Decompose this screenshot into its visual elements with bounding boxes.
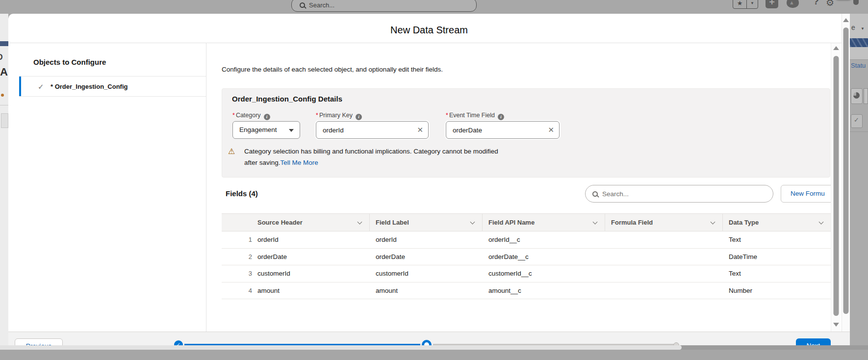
cell-data-type: Text <box>723 236 831 243</box>
fields-table-header: Source Header Field Label Field API Name… <box>222 213 831 231</box>
category-label: *Categoryi <box>232 112 270 120</box>
scroll-down-icon[interactable] <box>833 323 839 327</box>
chevron-down-icon[interactable] <box>819 220 824 225</box>
cell-field-api-name: orderId__c <box>483 236 605 243</box>
event-time-field-label: *Event Time Fieldi <box>446 112 504 120</box>
clear-icon[interactable]: ✕ <box>548 126 554 134</box>
scroll-up-icon[interactable] <box>843 18 849 22</box>
horizontal-scrollbar[interactable] <box>0 345 868 350</box>
window-bottom-edge <box>0 350 868 360</box>
global-actions-plus-icon[interactable]: + <box>766 0 778 8</box>
fields-table: Source Header Field Label Field API Name… <box>222 213 831 299</box>
objects-panel-heading: Objects to Configure <box>33 58 106 66</box>
divider <box>8 43 850 43</box>
page-text-fragment: e <box>851 24 855 31</box>
column-header-field-api-name[interactable]: Field API Name <box>483 214 605 231</box>
info-icon[interactable]: i <box>498 114 504 120</box>
info-icon[interactable]: i <box>356 114 362 120</box>
chart-icon <box>853 92 860 99</box>
star-icon: ★ <box>733 0 747 8</box>
cell-field-label: orderDate <box>370 253 483 260</box>
modal-scrollbar[interactable] <box>842 14 850 360</box>
row-number: 4 <box>222 287 257 294</box>
page-banner-fragment <box>850 38 868 47</box>
page-text-fragment: A <box>0 66 8 78</box>
scrollbar-thumb[interactable] <box>833 56 839 316</box>
column-header-source-header[interactable]: Source Header <box>222 214 370 231</box>
setup-gear-icon[interactable]: ⚙ <box>826 0 834 8</box>
column-header-formula-field[interactable]: Formula Field <box>605 214 723 231</box>
divider <box>0 105 8 105</box>
row-number: 1 <box>222 236 257 243</box>
details-card-heading: Order_Ingestion_Config Details <box>232 95 342 103</box>
page-button-fragment <box>864 88 868 104</box>
event-time-field-input-wrap: ✕ <box>446 121 560 139</box>
table-row: 2 orderDate orderDate orderDate__c DateT… <box>222 249 831 266</box>
new-data-stream-modal: New Data Stream Objects to Configure ✓ *… <box>8 14 850 360</box>
global-search-input[interactable] <box>309 1 446 9</box>
modal-title: New Data Stream <box>8 25 850 36</box>
cell-data-type: Text <box>723 270 831 277</box>
table-row: 4 amount amount amount__c Number <box>222 283 831 300</box>
column-header-field-label[interactable]: Field Label <box>370 214 483 231</box>
chevron-down-icon: ▼ <box>747 0 758 8</box>
row-number: 3 <box>222 270 257 277</box>
divider <box>850 131 868 132</box>
cell-source-header: orderId <box>257 236 370 243</box>
cell-data-type: DateTime <box>723 253 831 260</box>
check-icon: ✓ <box>854 116 859 124</box>
fields-section-heading: Fields (4) <box>226 189 258 198</box>
tell-me-more-link[interactable]: Tell Me More <box>281 159 318 166</box>
global-search-box[interactable] <box>291 0 477 12</box>
page-behind-right: e ▼ Statu ✓ <box>850 14 868 360</box>
column-header-data-type[interactable]: Data Type <box>723 214 831 231</box>
clear-icon[interactable]: ✕ <box>417 126 423 134</box>
check-icon: ✓ <box>38 82 44 91</box>
primary-key-input[interactable] <box>316 122 428 138</box>
chevron-down-icon[interactable] <box>470 220 475 225</box>
cell-field-label: customerId <box>370 270 483 277</box>
page-column-header-fragment: Statu <box>851 62 866 69</box>
scroll-up-icon[interactable] <box>833 46 839 50</box>
notifications-bell-icon[interactable] <box>853 0 859 5</box>
global-header: ★ ▼ + ? ⚙ <box>0 0 868 14</box>
warning-icon: ⚠ <box>228 147 235 156</box>
panel-divider <box>206 43 206 332</box>
screen: ★ ▼ + ? ⚙ D A e ▼ Statu ✓ New Data Strea… <box>0 0 868 360</box>
warning-text-line1: Category selection has billing and funct… <box>244 148 498 155</box>
row-number: 2 <box>222 253 257 260</box>
chevron-down-icon[interactable] <box>357 220 362 225</box>
page-row-fragment <box>850 47 868 60</box>
warning-text-line2: after saving.Tell Me More <box>244 159 318 166</box>
info-icon[interactable]: i <box>264 114 270 120</box>
search-icon <box>300 2 305 8</box>
cell-field-label: orderId <box>370 236 483 243</box>
page-button-fragment <box>1 113 8 128</box>
trailhead-icon[interactable] <box>787 0 799 8</box>
required-marker: * <box>316 112 318 119</box>
search-icon <box>592 191 598 197</box>
fields-search-box[interactable] <box>585 185 773 203</box>
chevron-down-icon[interactable] <box>593 220 598 225</box>
cell-field-label: amount <box>370 287 483 294</box>
cell-field-api-name: customerId__c <box>483 270 605 277</box>
horizontal-scrollbar-thumb[interactable] <box>0 345 682 350</box>
fields-search-input[interactable] <box>602 190 749 198</box>
required-marker: * <box>446 112 448 119</box>
object-list-item-label: * Order_Ingestion_Config <box>51 83 128 90</box>
category-value: Engagement <box>239 126 277 133</box>
chevron-down-icon: ▼ <box>861 26 865 31</box>
cell-field-api-name: orderDate__c <box>483 253 605 260</box>
favorites-button[interactable]: ★ ▼ <box>733 0 758 9</box>
table-row: 3 customerId customerId customerId__c Te… <box>222 265 831 283</box>
page-banner-fragment <box>0 41 8 46</box>
chevron-down-icon[interactable] <box>711 220 715 225</box>
required-marker: * <box>232 112 235 119</box>
scrollbar-thumb[interactable] <box>843 27 849 314</box>
category-combobox[interactable]: Engagement <box>232 121 300 139</box>
event-time-field-input[interactable] <box>446 122 559 138</box>
help-icon[interactable]: ? <box>811 0 821 8</box>
primary-key-label: *Primary Keyi <box>316 112 362 120</box>
object-list-item[interactable]: ✓ * Order_Ingestion_Config <box>19 76 206 97</box>
content-scrollbar[interactable] <box>831 43 841 332</box>
